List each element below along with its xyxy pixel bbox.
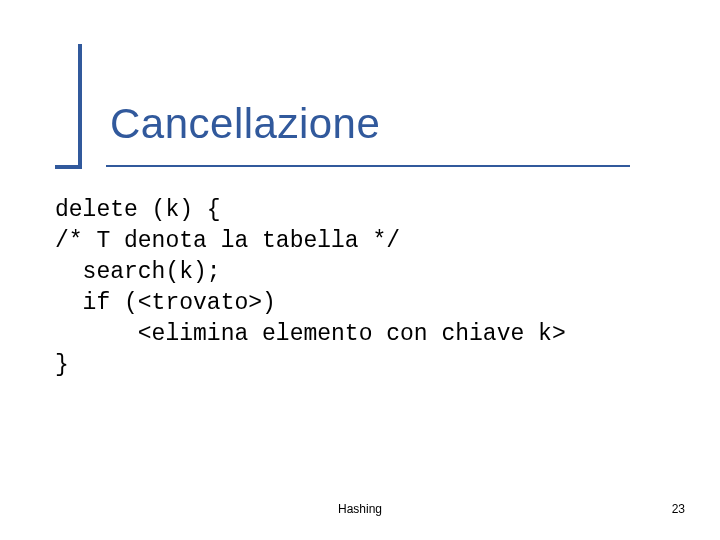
footer-page-number: 23 <box>672 502 685 516</box>
title-underline <box>106 165 630 167</box>
code-block: delete (k) { /* T denota la tabella */ s… <box>55 195 660 381</box>
footer-topic: Hashing <box>0 502 720 516</box>
accent-horizontal-bar <box>55 165 82 169</box>
accent-vertical-bar <box>78 44 82 169</box>
slide-title: Cancellazione <box>110 100 380 148</box>
slide: Cancellazione delete (k) { /* T denota l… <box>0 0 720 540</box>
